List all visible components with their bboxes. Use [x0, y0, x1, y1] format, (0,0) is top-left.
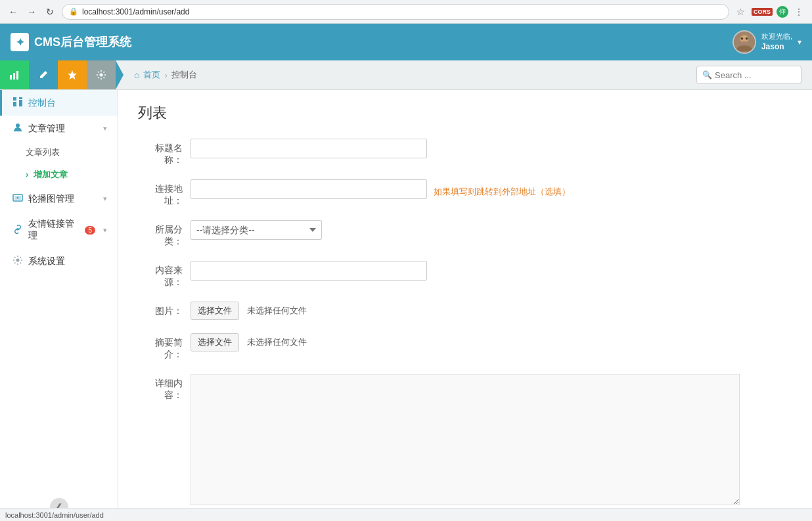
- add-article-label: 增加文章: [34, 170, 68, 179]
- carousel-chevron: ▾: [103, 194, 107, 203]
- form-row-title: 标题名称：: [138, 139, 792, 166]
- summary-control: 选择文件 未选择任何文件: [191, 333, 792, 351]
- sidebar-item-dashboard[interactable]: 控制台: [0, 90, 118, 116]
- image-label: 图片：: [138, 302, 191, 317]
- form-row-category: 所属分类： --请选择分类--: [138, 220, 792, 248]
- svg-point-2: [741, 37, 744, 40]
- links-chevron: ▾: [103, 226, 107, 235]
- source-control: [191, 261, 792, 281]
- refresh-button[interactable]: ↻: [43, 5, 56, 18]
- avatar: [733, 30, 756, 54]
- browser-bar: ← → ↻ 🔒 localhost:3001/admin/user/add ☆ …: [0, 0, 812, 24]
- search-box[interactable]: 🔍: [696, 66, 801, 84]
- url-hint: 如果填写则跳转到外部地址（选填）: [434, 181, 570, 198]
- sidebar-item-links[interactable]: 友情链接管理 5 ▾: [0, 212, 118, 248]
- svg-marker-7: [68, 70, 77, 79]
- sidebar-item-settings[interactable]: 系统设置: [0, 248, 118, 274]
- back-button[interactable]: ←: [7, 5, 20, 18]
- category-control: --请选择分类--: [191, 220, 792, 240]
- carousel-icon: [12, 193, 23, 205]
- sidebar-item-article-mgmt[interactable]: 文章管理 ▾: [0, 116, 118, 141]
- toolbar-edit-button[interactable]: [29, 60, 58, 89]
- summary-file-name: 未选择任何文件: [247, 336, 307, 348]
- search-input[interactable]: [715, 70, 796, 80]
- brand-icon: ✦: [11, 33, 29, 51]
- brand-name: CMS后台管理系统: [34, 34, 131, 50]
- svg-point-8: [100, 74, 103, 77]
- svg-rect-10: [19, 100, 22, 106]
- url-control: 如果填写则跳转到外部地址（选填）: [191, 179, 792, 199]
- url-bar[interactable]: 🔒 localhost:3001/admin/user/add: [62, 4, 729, 20]
- sidebar-subitem-add-article[interactable]: › 增加文章: [0, 164, 118, 186]
- svg-point-3: [746, 37, 748, 40]
- lock-icon: 🔒: [69, 7, 78, 16]
- svg-point-16: [16, 259, 20, 262]
- sidebar-subitem-article-list[interactable]: 文章列表: [0, 141, 118, 164]
- title-input[interactable]: [191, 139, 427, 158]
- status-url: localhost:3001/admin/user/add: [5, 511, 104, 519]
- source-input[interactable]: [191, 261, 427, 281]
- form-row-url: 连接地址： 如果填写则跳转到外部地址（选填）: [138, 179, 792, 207]
- svg-rect-12: [19, 97, 22, 99]
- breadcrumb-home-link[interactable]: 首页: [143, 69, 160, 81]
- top-nav: ✦ CMS后台管理系统 欢迎光临, Jason ▾: [0, 24, 812, 60]
- menu-button[interactable]: ⋮: [792, 5, 805, 18]
- sidebar-item-carousel[interactable]: 轮播图管理 ▾: [0, 186, 118, 212]
- svg-rect-4: [10, 75, 12, 79]
- image-control: 选择文件 未选择任何文件: [191, 302, 792, 320]
- icon-toolbar: [0, 60, 124, 89]
- svg-rect-11: [13, 97, 16, 101]
- dropdown-arrow: ▾: [798, 37, 801, 47]
- title-control: [191, 139, 792, 158]
- breadcrumb-sep: ›: [164, 70, 167, 80]
- category-select[interactable]: --请选择分类--: [191, 220, 322, 240]
- sidebar-article-mgmt-label: 文章管理: [28, 123, 65, 135]
- home-icon: ⌂: [134, 70, 139, 80]
- breadcrumb-area: ⌂ 首页 › 控制台 🔍: [124, 60, 812, 89]
- toolbar-cog-button[interactable]: [87, 60, 116, 89]
- carousel-label: 轮播图管理: [28, 193, 74, 205]
- summary-label: 摘要简介：: [138, 333, 191, 361]
- breadcrumb: ⌂ 首页 › 控制台: [134, 69, 197, 81]
- article-list-label: 文章列表: [26, 147, 60, 157]
- image-file-name: 未选择任何文件: [247, 305, 307, 317]
- svg-rect-5: [13, 73, 15, 79]
- main-content: 列表 标题名称： 连接地址： 如果填写则跳转到外部地址（选填） 所属分类： --…: [118, 90, 812, 521]
- form-row-image: 图片： 选择文件 未选择任何文件: [138, 302, 792, 320]
- sidebar: 控制台 文章管理 ▾ 文章列表 › 增加文章 轮播图管理 ▾ 友情: [0, 90, 118, 521]
- toolbar-chart-button[interactable]: [0, 60, 29, 89]
- browser-right-icons: ☆ CORS 仰 ⋮: [734, 5, 805, 18]
- detail-textarea[interactable]: [191, 374, 740, 505]
- page-title: 列表: [138, 103, 792, 123]
- links-label: 友情链接管理: [28, 218, 79, 242]
- title-label: 标题名称：: [138, 139, 191, 166]
- links-badge: 5: [85, 226, 95, 235]
- user-greeting: 欢迎光临, Jason: [761, 32, 792, 53]
- settings-label: 系统设置: [28, 256, 65, 267]
- svg-point-13: [16, 124, 20, 127]
- form-row-source: 内容来源：: [138, 261, 792, 288]
- status-bar: localhost:3001/admin/user/add: [0, 508, 812, 521]
- cors-badge: CORS: [752, 8, 773, 16]
- image-file-button[interactable]: 选择文件: [191, 302, 239, 320]
- sidebar-indicator: [116, 60, 124, 89]
- url-input[interactable]: [191, 179, 427, 199]
- app-layout: 控制台 文章管理 ▾ 文章列表 › 增加文章 轮播图管理 ▾ 友情: [0, 90, 812, 521]
- article-mgmt-icon: [12, 122, 23, 135]
- detail-control: [191, 374, 792, 507]
- toolbar-star-button[interactable]: [58, 60, 87, 89]
- forward-button[interactable]: →: [25, 5, 38, 18]
- settings-icon: [12, 255, 23, 267]
- detail-label: 详细内容：: [138, 374, 191, 401]
- form-row-detail: 详细内容：: [138, 374, 792, 507]
- form-row-summary: 摘要简介： 选择文件 未选择任何文件: [138, 333, 792, 361]
- svg-rect-9: [13, 102, 16, 106]
- url-label: 连接地址：: [138, 179, 191, 207]
- brand: ✦ CMS后台管理系统: [11, 33, 131, 51]
- breadcrumb-current: 控制台: [171, 69, 197, 81]
- star-button[interactable]: ☆: [734, 5, 748, 18]
- add-article-indicator: ›: [26, 170, 28, 179]
- summary-file-button[interactable]: 选择文件: [191, 333, 239, 351]
- user-menu[interactable]: 欢迎光临, Jason ▾: [733, 30, 801, 54]
- sidebar-dashboard-label: 控制台: [28, 97, 56, 109]
